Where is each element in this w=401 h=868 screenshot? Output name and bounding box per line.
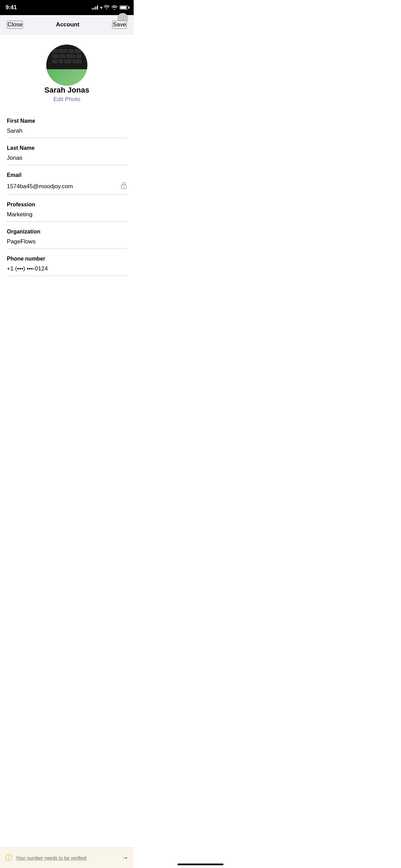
status-bar: 9:41 ▾ bbox=[0, 0, 134, 15]
organization-input-row: PageFlows bbox=[7, 238, 127, 249]
avatar bbox=[46, 45, 87, 86]
profession-label: Profession bbox=[7, 195, 127, 211]
email-input-row: 1574ba45@moodjoy.com bbox=[7, 182, 127, 195]
organization-value[interactable]: PageFlows bbox=[7, 238, 127, 245]
lock-icon bbox=[121, 182, 127, 191]
last-name-label: Last Name bbox=[7, 138, 127, 155]
email-field: Email 1574ba45@moodjoy.com bbox=[7, 165, 127, 195]
email-label: Email bbox=[7, 165, 127, 182]
last-name-field: Last Name Jonas bbox=[7, 138, 127, 165]
signal-icon bbox=[92, 5, 98, 10]
first-name-input-row: Sarah bbox=[7, 128, 127, 138]
phone-number-input-row: +1 (•••) •••-0124 bbox=[7, 265, 127, 276]
profile-name: Sarah Jonas bbox=[45, 86, 89, 95]
form-section: First Name Sarah Last Name Jonas Email 1… bbox=[7, 111, 127, 281]
organization-label: Organization bbox=[7, 222, 127, 238]
last-name-input-row: Jonas bbox=[7, 155, 127, 165]
page-title: Account bbox=[56, 21, 79, 28]
profession-input-row: Marketing bbox=[7, 211, 127, 222]
profession-field: Profession Marketing bbox=[7, 195, 127, 222]
avatar-keyboard-decoration bbox=[52, 49, 81, 63]
phone-number-field: Phone number +1 (•••) •••-0124 bbox=[7, 249, 127, 276]
avatar-green-stripe bbox=[46, 69, 87, 86]
edit-photo-button[interactable]: Edit Photo bbox=[53, 96, 80, 103]
svg-point-1 bbox=[123, 186, 124, 188]
phone-number-value[interactable]: +1 (•••) •••-0124 bbox=[7, 265, 127, 272]
wifi-icon bbox=[111, 5, 118, 10]
organization-field: Organization PageFlows bbox=[7, 222, 127, 249]
profession-value[interactable]: Marketing bbox=[7, 211, 127, 218]
last-name-value[interactable]: Jonas bbox=[7, 155, 127, 161]
status-time: 9:41 bbox=[5, 4, 17, 11]
first-name-field: First Name Sarah bbox=[7, 111, 127, 138]
first-name-label: First Name bbox=[7, 111, 127, 128]
save-wrapper: Save bbox=[112, 21, 127, 29]
close-button[interactable]: Close bbox=[7, 21, 23, 29]
profile-section: Sarah Jonas Edit Photo bbox=[7, 34, 127, 111]
nav-bar: Close Account Save bbox=[0, 15, 134, 34]
status-icons: ▾ bbox=[92, 5, 128, 10]
phone-number-label: Phone number bbox=[7, 249, 127, 265]
email-value[interactable]: 1574ba45@moodjoy.com bbox=[7, 183, 121, 190]
first-name-value[interactable]: Sarah bbox=[7, 128, 127, 134]
wifi-icon: ▾ bbox=[100, 5, 109, 10]
main-content: Sarah Jonas Edit Photo First Name Sarah … bbox=[0, 34, 134, 309]
battery-icon bbox=[120, 5, 128, 10]
save-button[interactable]: Save bbox=[112, 21, 127, 29]
